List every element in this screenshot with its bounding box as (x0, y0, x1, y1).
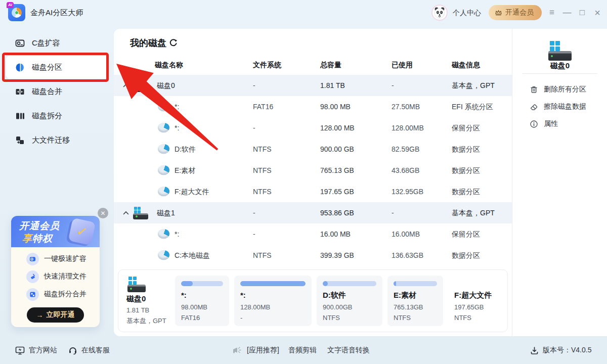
table-row[interactable]: *: FAT16 98.00 MB 27.50MB EFI 系统分区 (114, 96, 512, 117)
partition-filesystem: NTFS (394, 314, 411, 322)
close-icon: ✕ (100, 210, 105, 217)
disk-name: D:软件 (175, 139, 196, 160)
total-capacity: 953.86 GB (320, 202, 354, 223)
table-row[interactable]: 磁盘1 - 953.86 GB - 基本盘，GPT (114, 202, 512, 223)
refresh-icon (168, 38, 179, 48)
action-label: 擦除磁盘数据 (544, 102, 586, 111)
usage-bar-fill (240, 281, 306, 286)
file-system: - (253, 117, 255, 139)
file-system: NTFS (253, 160, 272, 181)
disk-info: 基本盘，GPT (452, 75, 495, 96)
total-capacity: 900.00 GB (320, 139, 354, 160)
user-center-link[interactable]: 个人中心 (453, 9, 481, 18)
properties-button[interactable]: 属性 (530, 118, 558, 130)
close-button[interactable]: × (591, 6, 604, 19)
disk-info: 基本盘，GPT (452, 202, 495, 223)
used-capacity: 136.63GB (392, 245, 423, 266)
disk-drive-icon (133, 207, 148, 219)
logo-pie-icon (12, 8, 22, 18)
vip-promo-card: 开通会员 享特权 ✓ 一键极速扩容 快速清理文件 磁盘拆分合并 → 立即开通 (11, 216, 100, 327)
table-row[interactable]: *: - 128.00 MB 128.00MB 保留分区 (114, 117, 512, 139)
table-row[interactable]: *: - 16.00 MB 16.00MB 保留分区 (114, 223, 512, 245)
usage-bar-fill (394, 281, 396, 286)
partition-card[interactable]: *: 128.00MB - (234, 276, 312, 326)
eraser-icon (530, 103, 538, 111)
open-vip-button[interactable]: 开通会员 (489, 5, 542, 20)
official-site-link[interactable]: 官方网站 (15, 346, 57, 355)
minimize-icon: — (563, 8, 572, 18)
promo-feature-split-merge: 磁盘拆分合并 (11, 287, 100, 302)
table-header: 磁盘名称 文件系统 总容量 已使用 磁盘信息 (114, 57, 512, 75)
menu-button[interactable]: ≡ (545, 6, 558, 19)
online-support-link[interactable]: 在线客服 (68, 346, 110, 355)
panda-icon (432, 6, 447, 20)
promo-feature-label: 快速清理文件 (44, 272, 86, 281)
sidebar-item-disk-merge[interactable]: 磁盘合并 (6, 80, 108, 103)
disk-name: *: (175, 117, 179, 139)
partition-size: 98.00MB (181, 303, 207, 311)
headset-icon (68, 346, 77, 355)
audio-edit-link[interactable]: 音频剪辑 (288, 346, 317, 355)
partition-card[interactable]: E:素材 765.13GB NTFS (387, 276, 443, 326)
used-capacity: 128.00MB (392, 117, 424, 139)
partition-pie-icon (158, 144, 169, 154)
collapse-chevron-icon[interactable] (123, 211, 129, 215)
partition-card[interactable]: D:软件 900.00GB NTFS (317, 276, 382, 326)
maximize-button[interactable]: □ (576, 6, 589, 19)
tts-link[interactable]: 文字语音转换 (327, 346, 370, 355)
total-capacity: 98.00 MB (320, 96, 351, 117)
usage-bar (181, 281, 223, 286)
app-window: { "topbar": { "app_name": "金舟AI分区大师", "u… (0, 0, 607, 364)
promo-header: 开通会员 享特权 ✓ (11, 216, 100, 247)
promo-feature-label: 磁盘拆分合并 (44, 290, 86, 299)
app-recommend-icon-wrap (232, 346, 242, 355)
table-row[interactable]: 磁盘0 - 1.81 TB - 基本盘，GPT (114, 75, 512, 96)
partition-name: F:超大文件 (454, 291, 492, 300)
download-icon (530, 346, 539, 355)
partition-card[interactable]: *: 98.00MB FAT16 (175, 276, 229, 326)
column-header: 磁盘名称 (155, 61, 183, 70)
delete-all-partitions-button[interactable]: 删除所有分区 (530, 83, 586, 96)
usage-bar-fill (181, 281, 193, 286)
activate-vip-button[interactable]: → 立即开通 (27, 307, 84, 323)
disk-map-name: 磁盘0 (126, 294, 146, 304)
promo-close-button[interactable]: ✕ (98, 208, 108, 218)
sidebar-item-disk-split[interactable]: 磁盘拆分 (6, 104, 108, 127)
used-capacity: 16.00MB (392, 223, 420, 245)
sidebar-item-large-file-migrate[interactable]: 大文件迁移 (6, 128, 108, 152)
minimize-button[interactable]: — (560, 6, 574, 19)
erase-disk-data-button[interactable]: 擦除磁盘数据 (530, 101, 586, 113)
title-bar: AI 金舟AI分区大师 个人中心 开通会员 ≡ — □ × (0, 0, 607, 25)
crown-icon (495, 9, 502, 17)
disk-map-panel: 磁盘0 1.81 TB 基本盘，GPT *: 98.00MB FAT16 *: … (118, 269, 508, 332)
table-row[interactable]: F:超大文件 NTFS 197.65 GB 132.95GB 数据分区 (114, 181, 512, 202)
sidebar-item-label: 磁盘合并 (32, 87, 62, 97)
table-row[interactable]: E:素材 NTFS 765.13 GB 43.68GB 数据分区 (114, 160, 512, 181)
collapse-chevron-icon[interactable] (123, 83, 129, 87)
content-panel: 我的磁盘 磁盘名称 文件系统 总容量 已使用 磁盘信息 磁盘0 - (114, 29, 607, 336)
partition-size: 765.13GB (394, 303, 423, 311)
user-avatar[interactable] (431, 5, 448, 21)
disk-info: 数据分区 (452, 245, 480, 266)
used-capacity: 27.50MB (392, 96, 420, 117)
version-info: 版本号：V4.0.5 (530, 346, 591, 355)
file-system: - (253, 202, 255, 223)
total-capacity: 16.00 MB (320, 223, 351, 245)
sidebar-item-label: 大文件迁移 (32, 135, 70, 145)
sidebar-item-label: C盘扩容 (32, 38, 60, 48)
partition-name: E:素材 (394, 291, 416, 300)
sidebar-item-c-drive-expand[interactable]: C盘扩容 (6, 31, 108, 55)
column-header: 总容量 (320, 61, 341, 70)
disk-drive-icon (548, 41, 572, 61)
ai-badge-icon: AI (7, 2, 14, 8)
partition-pie-icon (158, 229, 169, 239)
disk-drive-icon (133, 79, 148, 92)
column-header: 磁盘信息 (452, 61, 480, 70)
total-capacity: 197.65 GB (320, 181, 354, 202)
table-row[interactable]: C:本地磁盘 NTFS 399.39 GB 136.63GB 数据分区 (114, 245, 512, 266)
menu-icon: ≡ (549, 8, 554, 18)
table-row[interactable]: D:软件 NTFS 900.00 GB 82.59GB 数据分区 (114, 139, 512, 160)
refresh-button[interactable] (168, 38, 179, 48)
sidebar-item-disk-partition[interactable]: 磁盘分区 (6, 56, 108, 79)
partition-filesystem: NTFS (323, 314, 340, 322)
